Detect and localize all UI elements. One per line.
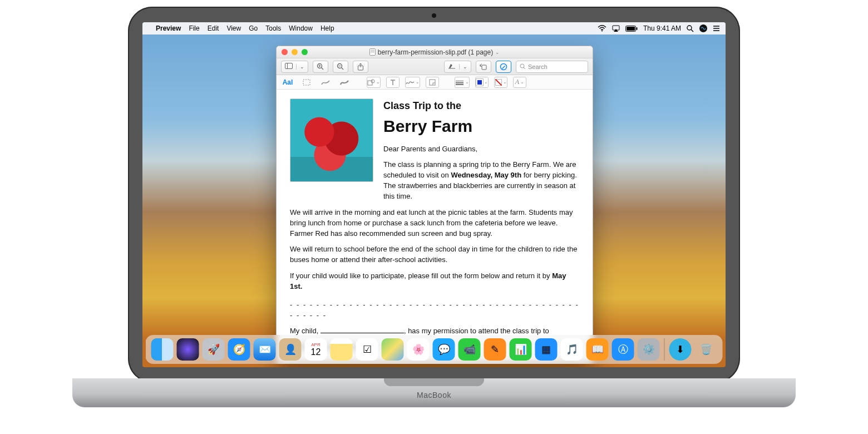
dock-safari-icon[interactable]: 🧭 <box>228 338 250 361</box>
menu-window[interactable]: Window <box>289 24 313 32</box>
macbook-device: Preview File Edit View Go Tools Window H… <box>128 7 740 407</box>
dock-notes-icon[interactable] <box>331 338 353 361</box>
notification-center-icon[interactable] <box>713 25 720 32</box>
strawberry-photo <box>290 98 373 182</box>
svg-rect-4 <box>627 27 635 31</box>
preview-window: berry-farm-permission-slip.pdf (1 page) … <box>276 46 593 363</box>
svg-line-19 <box>322 67 324 70</box>
dock-numbers-icon[interactable]: 📊 <box>510 338 532 361</box>
dock-separator <box>664 338 665 361</box>
dock-mail-icon[interactable]: ✉️ <box>254 338 276 361</box>
dock-trash-icon[interactable]: 🗑️ <box>695 338 717 361</box>
window-toolbar: ⌄ ⌄ <box>277 58 593 75</box>
dock-finder-icon[interactable] <box>151 338 174 361</box>
macos-menubar: Preview File Edit View Go Tools Window H… <box>142 22 726 34</box>
camera-dot <box>432 13 436 18</box>
doc-title: Berry Farm <box>383 114 579 139</box>
svg-rect-28 <box>482 65 486 70</box>
text-tool[interactable] <box>386 77 400 88</box>
doc-paragraph-1: The class is planning a spring trip to t… <box>383 160 579 201</box>
dock-photos-icon[interactable]: 🌸 <box>407 338 430 361</box>
laptop-base: MacBook <box>72 378 796 407</box>
draw-tool[interactable] <box>338 77 351 88</box>
window-titlebar[interactable]: berry-farm-permission-slip.pdf (1 page) … <box>277 46 593 58</box>
laptop-brand-label: MacBook <box>417 391 451 400</box>
svg-rect-12 <box>369 49 375 56</box>
minimize-button[interactable] <box>292 49 298 55</box>
rotate-button[interactable] <box>476 61 491 73</box>
menu-file[interactable]: File <box>189 24 199 32</box>
text-style-tool[interactable]: AaI <box>281 77 294 88</box>
wifi-icon[interactable] <box>598 25 606 32</box>
battery-icon[interactable] <box>625 26 638 32</box>
dock-calendar-icon[interactable]: APR 12 <box>305 338 327 361</box>
menu-view[interactable]: View <box>226 24 241 32</box>
svg-point-6 <box>687 26 692 30</box>
share-button[interactable] <box>353 61 368 73</box>
dock-pages-icon[interactable]: ✎ <box>484 338 506 361</box>
svg-point-34 <box>371 80 374 83</box>
zoom-out-button[interactable] <box>333 61 348 73</box>
rect-select-tool[interactable] <box>300 77 313 88</box>
fullscreen-button[interactable] <box>302 49 308 55</box>
dock-ibooks-icon[interactable]: 📖 <box>586 338 609 361</box>
dock-siri-icon[interactable] <box>177 338 199 361</box>
fill-color-tool[interactable]: ⌄ <box>494 77 507 88</box>
toolbar-search-field[interactable]: Search <box>516 61 588 73</box>
desktop-screen: Preview File Edit View Go Tools Window H… <box>142 22 726 367</box>
doc-paragraph-3: We will return to school before the end … <box>290 244 579 265</box>
dock-facetime-icon[interactable]: 📹 <box>458 338 481 361</box>
menu-tools[interactable]: Tools <box>265 24 281 32</box>
svg-rect-5 <box>636 27 637 30</box>
zoom-in-button[interactable] <box>313 61 328 73</box>
svg-line-7 <box>691 29 693 32</box>
markup-toolbar: AaI ⌄ ⌄ ⌄ ⌄ ⌄ A⌄ <box>277 75 593 90</box>
svg-rect-37 <box>430 80 435 85</box>
laptop-lid: Preview File Edit View Go Tools Window H… <box>128 7 740 383</box>
doc-paragraph-2: We will arrive in the morning and eat lu… <box>290 208 579 239</box>
dock-downloads-icon[interactable]: ⬇︎ <box>669 338 692 361</box>
dock-maps-icon[interactable] <box>382 338 404 361</box>
pdf-document-view[interactable]: Class Trip to the Berry Farm Dear Parent… <box>277 90 593 362</box>
dock-calendar-day: 12 <box>311 347 321 357</box>
sign-tool[interactable]: ⌄ <box>405 77 420 88</box>
spotlight-icon[interactable] <box>687 25 694 32</box>
svg-point-0 <box>601 31 603 32</box>
dock-itunes-icon[interactable]: 🎵 <box>561 338 583 361</box>
menu-edit[interactable]: Edit <box>208 24 219 32</box>
border-color-tool[interactable]: ⌄ <box>475 77 489 88</box>
svg-rect-16 <box>285 63 293 68</box>
close-button[interactable] <box>282 49 288 55</box>
dock-keynote-icon[interactable]: ▦ <box>535 338 558 361</box>
menubar-clock[interactable]: Thu 9:41 AM <box>643 24 681 32</box>
siri-icon[interactable] <box>699 24 707 32</box>
dock: 🚀 🧭 ✉️ 👤 APR 12 ☑︎ 🌸 💬 📹 ✎ 📊 ▦ 🎵 📖 <box>146 335 723 364</box>
dock-contacts-icon[interactable]: 👤 <box>279 338 302 361</box>
menu-go[interactable]: Go <box>249 24 258 32</box>
dock-reminders-icon[interactable]: ☑︎ <box>356 338 378 361</box>
shapes-tool[interactable]: ⌄ <box>367 77 381 88</box>
dock-launchpad-icon[interactable]: 🚀 <box>203 338 225 361</box>
border-weight-tool[interactable]: ⌄ <box>455 77 470 88</box>
menubar-app-name[interactable]: Preview <box>156 24 181 32</box>
doc-greeting: Dear Parents and Guardians, <box>383 144 579 155</box>
svg-rect-33 <box>368 81 372 85</box>
airplay-icon[interactable] <box>612 25 620 32</box>
doc-paragraph-4: If your child would like to participate,… <box>290 271 579 292</box>
font-tool[interactable]: A⌄ <box>513 77 526 88</box>
dock-system-preferences-icon[interactable]: ⚙️ <box>638 338 660 361</box>
tear-line: - - - - - - - - - - - - - - - - - - - - … <box>290 300 579 321</box>
svg-point-30 <box>520 64 524 68</box>
sketch-tool[interactable] <box>319 77 332 88</box>
search-placeholder: Search <box>528 63 548 70</box>
markup-toggle-button[interactable] <box>496 61 511 73</box>
svg-line-31 <box>524 67 525 69</box>
dock-messages-icon[interactable]: 💬 <box>433 338 455 361</box>
child-name-blank[interactable] <box>320 333 404 333</box>
note-tool[interactable] <box>426 77 439 88</box>
sidebar-view-button[interactable]: ⌄ <box>281 61 308 73</box>
menu-help[interactable]: Help <box>320 24 334 32</box>
highlight-button[interactable]: ⌄ <box>444 61 471 73</box>
dock-appstore-icon[interactable]: Ⓐ <box>612 338 634 361</box>
svg-rect-32 <box>303 80 310 85</box>
